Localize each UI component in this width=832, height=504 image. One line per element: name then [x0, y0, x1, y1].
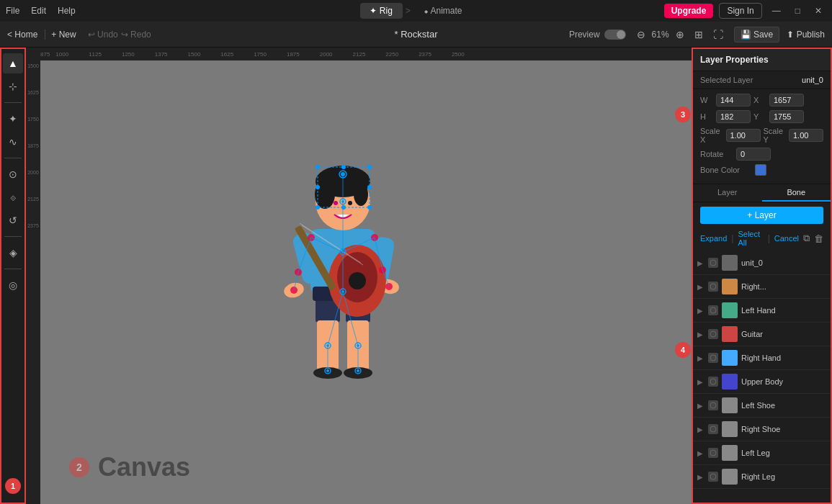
svg-point-20 [349, 272, 366, 289]
layer-expand-icon[interactable]: ▶ [697, 378, 704, 386]
new-button[interactable]: + New [51, 30, 76, 40]
layer-expand-icon[interactable]: ▶ [697, 449, 704, 457]
bone-color-swatch[interactable] [755, 164, 766, 176]
transform-tool[interactable]: ⊹ [3, 76, 23, 96]
layer-item[interactable]: ▶ Right Hand [693, 346, 831, 370]
upgrade-button[interactable]: Upgrade [664, 4, 714, 18]
layer-expand-icon[interactable]: ▶ [697, 307, 704, 315]
layer-item[interactable]: ▶ Left Leg [693, 441, 831, 465]
scaley-label: Scale Y [764, 127, 787, 144]
curve-tool[interactable]: ∿ [3, 132, 23, 152]
expand-action[interactable]: Expand [700, 234, 727, 243]
warp-tool[interactable]: ⟐ [3, 187, 23, 207]
layer-visibility-toggle[interactable] [708, 353, 718, 363]
layer-item[interactable]: ▶ Guitar [693, 323, 831, 346]
layer-name: Right Shoe [741, 425, 826, 433]
svg-point-73 [710, 402, 716, 408]
zoom-out-button[interactable]: ⊖ [633, 27, 649, 42]
ruler-left-1500: 1500 [27, 63, 39, 68]
tab-bone[interactable]: Bone [762, 184, 831, 202]
layer-item[interactable]: ▶ Right Leg [693, 465, 831, 489]
select-all-action[interactable]: Select All [738, 230, 763, 247]
cancel-action[interactable]: Cancel [774, 234, 799, 243]
layer-visibility-toggle[interactable] [708, 258, 718, 268]
close-button[interactable]: ✕ [810, 4, 826, 17]
layer-thumbnail [722, 302, 738, 318]
layer-expand-icon[interactable]: ▶ [697, 426, 704, 433]
view-tool[interactable]: ◎ [3, 275, 23, 295]
maximize-button[interactable]: □ [791, 4, 805, 17]
w-input[interactable] [716, 94, 751, 107]
select-tool[interactable]: ▲ [3, 53, 23, 73]
layer-visibility-toggle[interactable] [708, 282, 718, 292]
h-input[interactable] [716, 110, 751, 123]
redo-button[interactable]: ↪ Redo [121, 30, 151, 40]
signin-button[interactable]: Sign In [719, 3, 761, 19]
layer-item[interactable]: ▶ Upper Body [693, 370, 831, 394]
home-button[interactable]: < Home [7, 30, 45, 40]
svg-point-66 [341, 205, 346, 210]
svg-point-71 [710, 355, 716, 361]
scaley-input[interactable] [789, 129, 823, 142]
tab-animate[interactable]: ⬥ Animate [413, 3, 473, 19]
layer-expand-icon[interactable]: ▶ [697, 473, 704, 481]
layers-list: ▶ unit_0 ▶ Right... ▶ Left Hand ▶ Guitar… [693, 251, 831, 503]
layer-item[interactable]: ▶ Left Hand [693, 299, 831, 323]
tab-layer[interactable]: Layer [693, 184, 762, 202]
ruler-mark-1250: 1250 [122, 51, 135, 58]
layer-name: Right Hand [741, 354, 826, 362]
layer-expand-icon[interactable]: ▶ [697, 354, 704, 362]
bone-tool[interactable]: ✦ [3, 109, 23, 129]
svg-point-65 [367, 185, 372, 189]
svg-point-67 [710, 260, 716, 266]
annotation-3: 3 [675, 107, 691, 122]
menu-file[interactable]: File [6, 6, 19, 16]
layer-item[interactable]: ▶ unit_0 [693, 251, 831, 275]
layer-visibility-toggle[interactable] [708, 305, 718, 315]
layer-visibility-toggle[interactable] [708, 424, 718, 434]
layer-item[interactable]: ▶ Right Shoe [693, 418, 831, 441]
layer-visibility-toggle[interactable] [708, 329, 718, 339]
y-input[interactable] [769, 110, 804, 123]
layer-expand-icon[interactable]: ▶ [697, 402, 704, 410]
layer-item[interactable]: ▶ Right... [693, 275, 831, 299]
width-height-row: W X [700, 94, 823, 107]
svg-point-68 [710, 284, 716, 289]
layer-visibility-toggle[interactable] [708, 377, 718, 387]
save-button[interactable]: 💾 Save [734, 27, 780, 42]
pin-tool[interactable]: ⊙ [3, 164, 23, 184]
canvas-background[interactable]: 1500 1625 1750 1875 2000 2125 2375 [26, 60, 692, 504]
tab-rig[interactable]: ✦ Rig [359, 3, 402, 19]
zoom-in-button[interactable]: ⊕ [672, 27, 688, 42]
layer-visibility-toggle[interactable] [708, 472, 718, 482]
layer-expand-icon[interactable]: ▶ [697, 283, 704, 291]
smart-tool[interactable]: ◈ [3, 243, 23, 263]
ruler-mark-1000: 1000 [55, 51, 68, 58]
scalex-input[interactable] [726, 129, 761, 142]
fullscreen-button[interactable]: ⛶ [710, 27, 727, 42]
layer-expand-icon[interactable]: ▶ [697, 330, 704, 338]
x-input[interactable] [769, 94, 804, 107]
fit-screen-button[interactable]: ⊞ [691, 27, 707, 42]
bend-tool[interactable]: ↺ [3, 210, 23, 230]
x-label: X [753, 96, 766, 104]
svg-point-13 [348, 201, 352, 205]
zoom-percent: 61% [652, 30, 669, 40]
layer-item[interactable]: ▶ Left Shoe [693, 394, 831, 418]
ruler-mark-1500: 1500 [188, 51, 201, 58]
menu-help[interactable]: Help [58, 6, 76, 16]
publish-button[interactable]: ⬆ Publish [787, 30, 825, 40]
delete-icon[interactable]: 🗑 [814, 233, 823, 244]
add-layer-button[interactable]: + Layer [700, 207, 823, 224]
undo-button[interactable]: ↩ Undo [88, 30, 118, 40]
preview-switch[interactable] [604, 30, 626, 40]
rotate-input[interactable] [736, 148, 771, 161]
minimize-button[interactable]: — [768, 4, 785, 17]
menu-edit[interactable]: Edit [31, 6, 46, 16]
properties-section: W X H Y Scale X Scale Y Rotate [693, 89, 831, 184]
layer-expand-icon[interactable]: ▶ [697, 259, 704, 267]
layer-visibility-toggle[interactable] [708, 400, 718, 410]
copy-icon[interactable]: ⧉ [803, 233, 810, 244]
right-panel: Layer Properties Selected Layer unit_0 W… [692, 48, 832, 504]
layer-visibility-toggle[interactable] [708, 448, 718, 458]
